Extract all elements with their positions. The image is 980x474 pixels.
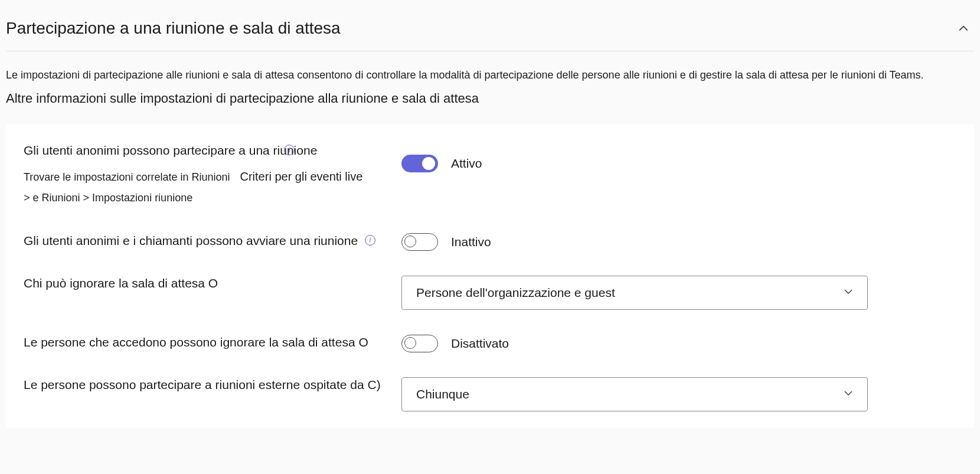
setting-anon-join: Gli utenti anonimi possono partecipare a… [24, 138, 956, 220]
toggle-knob [404, 236, 416, 247]
description-block: Le impostazioni di partecipazione alle r… [6, 51, 974, 117]
bypass-lobby-value: Persone dell'organizzazione e guest [416, 286, 615, 300]
anon-start-label-text: Gli utenti anonimi e i chiamanti possono… [24, 234, 358, 247]
dialin-bypass-label: Le persone che accedono possono ignorare… [24, 334, 390, 351]
chevron-up-icon [958, 23, 969, 34]
external-join-value: Chiunque [416, 387, 469, 401]
learn-more-link[interactable]: Altre informazioni sulle impostazioni di… [6, 91, 974, 106]
anon-join-label-text: Gli utenti anonimi possono partecipare a… [24, 143, 317, 157]
info-icon[interactable]: i [365, 235, 375, 246]
anon-join-label: Gli utenti anonimi possono partecipare a… [24, 142, 390, 159]
collapse-button[interactable] [958, 22, 969, 34]
setting-dialin-bypass: Le persone che accedono possono ignorare… [24, 322, 956, 364]
anon-join-toggle[interactable] [401, 155, 438, 172]
external-join-select[interactable]: Chiunque [401, 377, 868, 411]
chevron-down-icon [844, 287, 853, 299]
live-events-policies-link[interactable]: Criteri per gli eventi live [240, 170, 363, 183]
external-join-label: Le persone possono partecipare a riunion… [24, 376, 390, 394]
anon-join-sub-prefix: Trovare le impostazioni correlate in Riu… [24, 171, 230, 183]
chevron-down-icon [844, 388, 853, 400]
dialin-bypass-toggle[interactable] [401, 335, 438, 352]
bypass-lobby-label: Chi può ignorare la sala di attesa O [24, 274, 390, 292]
setting-bypass-lobby: Chi può ignorare la sala di attesa O Per… [24, 263, 956, 322]
setting-anon-start: Gli utenti anonimi e i chiamanti possono… [24, 220, 956, 263]
bypass-lobby-select[interactable]: Persone dell'organizzazione e guest [401, 276, 868, 310]
anon-join-state: Attivo [451, 156, 482, 171]
setting-external-join: Le persone possono partecipare a riunion… [24, 364, 956, 414]
section-header: Partecipazione a una riunione e sala di … [6, 6, 974, 51]
section-description: Le impostazioni di partecipazione alle r… [6, 69, 974, 81]
anon-join-sublabel: Trovare le impostazioni correlate in Riu… [24, 165, 390, 208]
anon-start-toggle[interactable] [401, 233, 438, 251]
toggle-knob [404, 337, 416, 349]
anon-start-label: Gli utenti anonimi e i chiamanti possono… [24, 232, 390, 250]
section-title: Partecipazione a una riunione e sala di … [6, 19, 341, 38]
anon-join-sub-rest: > e Riunioni > Impostazioni riunione [24, 192, 192, 204]
dialin-bypass-state: Disattivato [451, 336, 509, 351]
anon-start-state: Inattivo [451, 235, 491, 249]
toggle-knob [422, 157, 435, 170]
settings-card: Gli utenti anonimi possono partecipare a… [6, 124, 974, 428]
